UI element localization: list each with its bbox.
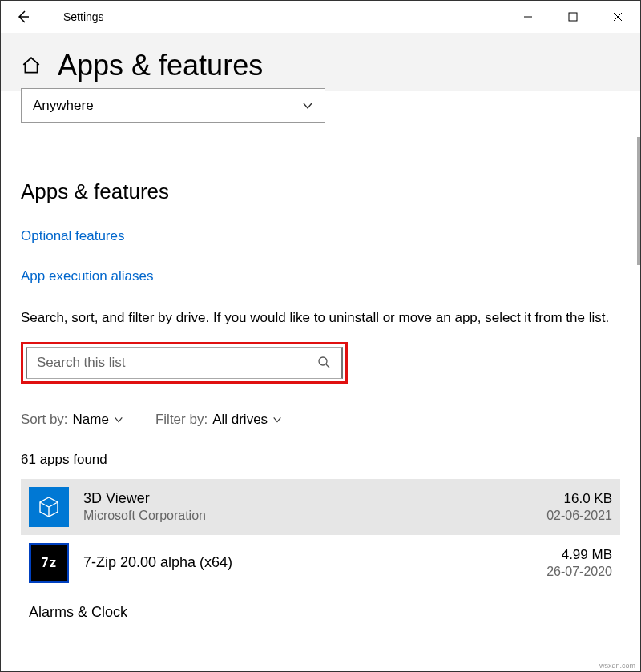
- filter-value: All drives: [212, 412, 268, 428]
- maximize-button[interactable]: [550, 1, 595, 33]
- close-icon: [613, 12, 623, 22]
- chevron-down-icon: [302, 100, 313, 111]
- search-icon: [317, 356, 332, 370]
- titlebar: Settings: [1, 1, 640, 33]
- app-name: Alarms & Clock: [29, 604, 612, 621]
- back-button[interactable]: [9, 2, 38, 31]
- app-row[interactable]: Alarms & Clock: [21, 591, 620, 629]
- app-row[interactable]: 7z 7-Zip 20.00 alpha (x64) 4.99 MB 26-07…: [21, 535, 620, 591]
- window-controls: [506, 1, 640, 33]
- filter-by-dropdown[interactable]: Filter by: All drives: [155, 412, 282, 428]
- optional-features-link[interactable]: Optional features: [21, 228, 620, 244]
- app-name: 7-Zip 20.00 alpha (x64): [83, 554, 532, 571]
- sort-by-dropdown[interactable]: Sort by: Name: [21, 412, 123, 428]
- arrow-left-icon: [15, 9, 31, 25]
- sort-filter-row: Sort by: Name Filter by: All drives: [21, 412, 620, 428]
- app-list: 3D Viewer Microsoft Corporation 16.0 KB …: [21, 479, 620, 629]
- section-title: Apps & features: [21, 179, 620, 204]
- app-icon-7zip: 7z: [29, 543, 69, 583]
- window-title: Settings: [63, 10, 104, 23]
- chevron-down-icon: [272, 415, 282, 425]
- home-icon[interactable]: [21, 55, 42, 76]
- search-highlight: [21, 342, 348, 384]
- search-input[interactable]: [37, 355, 317, 371]
- page-title: Apps & features: [58, 49, 263, 82]
- svg-point-1: [319, 357, 327, 365]
- help-text: Search, sort, and filter by drive. If yo…: [21, 308, 620, 328]
- app-name: 3D Viewer: [83, 490, 532, 507]
- page-header: Apps & features: [1, 33, 640, 91]
- sort-label: Sort by:: [21, 412, 68, 428]
- install-source-value: Anywhere: [33, 98, 94, 114]
- apps-count: 61 apps found: [21, 452, 620, 468]
- app-date: 02-06-2021: [546, 509, 612, 523]
- cube-icon: [37, 495, 61, 519]
- app-size: 16.0 KB: [546, 491, 612, 507]
- app-execution-aliases-link[interactable]: App execution aliases: [21, 268, 620, 284]
- minimize-icon: [523, 12, 533, 22]
- svg-rect-0: [569, 13, 577, 21]
- app-publisher: Microsoft Corporation: [83, 509, 532, 523]
- app-row[interactable]: 3D Viewer Microsoft Corporation 16.0 KB …: [21, 479, 620, 535]
- content-area: Anywhere Apps & features Optional featur…: [1, 88, 640, 629]
- filter-label: Filter by:: [155, 412, 208, 428]
- app-icon-3dviewer: [29, 487, 69, 527]
- close-button[interactable]: [595, 1, 640, 33]
- sort-value: Name: [73, 412, 109, 428]
- scrollbar-thumb[interactable]: [637, 137, 640, 265]
- maximize-icon: [568, 12, 578, 22]
- search-box[interactable]: [26, 347, 343, 379]
- chevron-down-icon: [114, 415, 123, 425]
- watermark: wsxdn.com: [599, 662, 635, 670]
- app-size: 4.99 MB: [546, 547, 612, 563]
- minimize-button[interactable]: [506, 1, 550, 33]
- app-date: 26-07-2020: [546, 565, 612, 579]
- install-source-dropdown[interactable]: Anywhere: [21, 88, 325, 123]
